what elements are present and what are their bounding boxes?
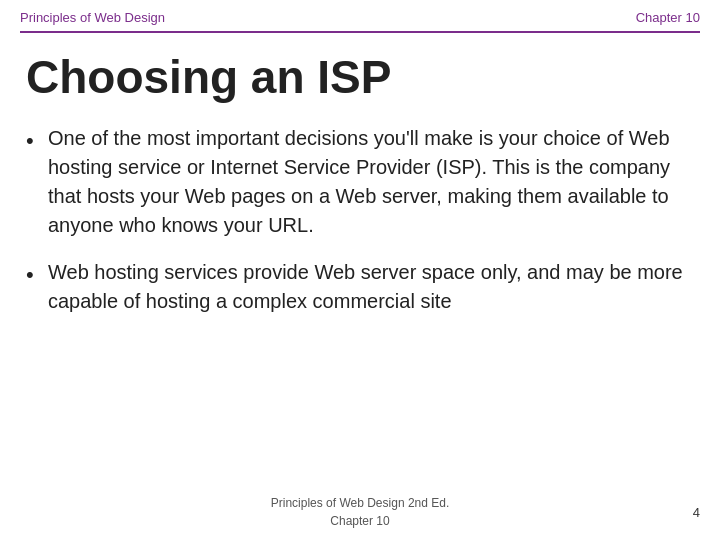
footer-line2: Chapter 10 (50, 512, 670, 530)
slide-footer: Principles of Web Design 2nd Ed. Chapter… (0, 486, 720, 540)
footer-page-number: 4 (670, 505, 700, 520)
bullet-text: Web hosting services provide Web server … (48, 258, 690, 316)
header-chapter: Chapter 10 (636, 10, 700, 25)
header-title: Principles of Web Design (20, 10, 165, 25)
list-item: • One of the most important decisions yo… (26, 124, 690, 240)
footer-line1: Principles of Web Design 2nd Ed. (50, 494, 670, 512)
bullet-text: One of the most important decisions you'… (48, 124, 690, 240)
bullet-dot: • (26, 125, 48, 157)
slide-header: Principles of Web Design Chapter 10 (0, 0, 720, 31)
slide-title: Choosing an ISP (0, 33, 720, 114)
slide: Principles of Web Design Chapter 10 Choo… (0, 0, 720, 540)
slide-content: • One of the most important decisions yo… (0, 114, 720, 486)
footer-center: Principles of Web Design 2nd Ed. Chapter… (50, 494, 670, 530)
bullet-list: • One of the most important decisions yo… (26, 124, 690, 316)
bullet-dot: • (26, 259, 48, 291)
list-item: • Web hosting services provide Web serve… (26, 258, 690, 316)
